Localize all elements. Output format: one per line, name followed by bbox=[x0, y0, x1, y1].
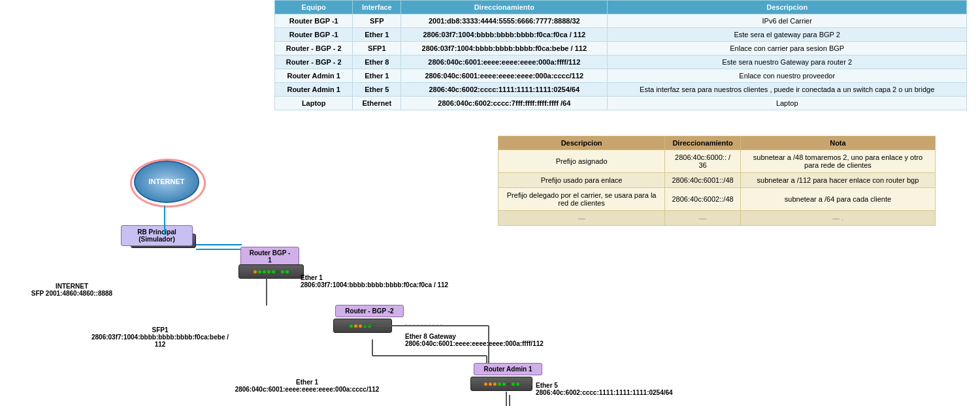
cell-descripcion: Este sera el gateway para BGP 2 bbox=[608, 28, 967, 42]
a1p8 bbox=[516, 383, 519, 386]
router-bgp1-box: Router BGP -1 bbox=[240, 247, 299, 266]
b2p2 bbox=[354, 324, 357, 328]
cell-descripcion: Laptop bbox=[608, 97, 967, 110]
secondary-table: Descripcion Direccionamiento Nota Prefij… bbox=[498, 136, 936, 226]
ether8-addr: 2806:040c:6001:eeee:eeee:eeee:000a:ffff/… bbox=[405, 340, 544, 347]
cell-direccionamiento: 2001:db8:3333:4444:5555:6666:7777:8888/3… bbox=[401, 14, 608, 28]
a1p3 bbox=[493, 383, 497, 386]
router-admin1-device bbox=[470, 377, 532, 391]
col-descripcion-2: Descripcion bbox=[498, 136, 665, 150]
a1p7 bbox=[512, 383, 515, 386]
cell-nota: subnetear a /112 para hacer enlace con r… bbox=[740, 173, 935, 188]
cell-nota: subnetear a /48 tomaremos 2, uno para en… bbox=[740, 150, 935, 173]
b2p3 bbox=[359, 324, 362, 328]
cell-equipo: Router BGP -1 bbox=[275, 14, 353, 28]
cell-descripcion: Esta interfaz sera para nuestros cliente… bbox=[608, 83, 967, 97]
b2p5 bbox=[368, 324, 371, 328]
a1p1 bbox=[484, 383, 487, 386]
sfp1-addr: 2806:03f7:1004:bbbb:bbbb:bbbb:f0ca:bebe … bbox=[91, 334, 229, 348]
table-row: ——— . bbox=[498, 211, 936, 226]
bp1-p4 bbox=[267, 270, 270, 273]
router-bgp1-device bbox=[238, 264, 304, 279]
table-row: Router BGP -1SFP2001:db8:3333:4444:5555:… bbox=[275, 14, 967, 28]
cell-direccionamiento: 2806:40c:6000:: / 36 bbox=[665, 150, 741, 173]
cell-direccionamiento: 2806:40c:6002::/48 bbox=[665, 188, 741, 211]
cloud-shape: INTERNET bbox=[134, 161, 199, 203]
cell-equipo: Router - BGP - 2 bbox=[275, 55, 353, 69]
a1p6 bbox=[507, 383, 510, 386]
ether1-bgp1-label: Ether 1 2806:03f7:1004:bbbb:bbbb:bbbb:f0… bbox=[301, 274, 477, 289]
col-nota: Nota bbox=[740, 136, 935, 150]
ether1-admin-addr: 2806:040c:6001:eeee:eeee:eeee:000a:cccc/… bbox=[235, 386, 380, 393]
cell-equipo: Router - BGP - 2 bbox=[275, 42, 353, 55]
sfp1-label: SFP1 2806:03f7:1004:bbbb:bbbb:bbbb:f0ca:… bbox=[88, 326, 232, 348]
cell-interface: SFP1 bbox=[353, 42, 401, 55]
table-row: Router - BGP - 2Ether 82806:040c:6001:ee… bbox=[275, 55, 967, 69]
cell-interface: Ether 1 bbox=[353, 69, 401, 83]
table-row: Prefijo usado para enlace2806:40c:6001::… bbox=[498, 173, 936, 188]
internet-sfp-label: INTERNET SFP 2001:4860:4860::8888 bbox=[7, 283, 137, 297]
b2p6 bbox=[372, 324, 376, 328]
cell-descripcion: Prefijo asignado bbox=[498, 150, 665, 173]
router-admin1-box: Router Admin 1 bbox=[474, 363, 542, 375]
table-row: Router - BGP - 2SFP12806:03f7:1004:bbbb:… bbox=[275, 42, 967, 55]
bp1-p8 bbox=[286, 270, 289, 273]
b2p4 bbox=[363, 324, 367, 328]
diagram-lines bbox=[0, 85, 497, 405]
cell-descripcion: IPv6 del Carrier bbox=[608, 14, 967, 28]
bottom-table-wrapper: Descripcion Direccionamiento Nota Prefij… bbox=[498, 136, 936, 226]
table-row: Prefijo asignado2806:40c:6000:: / 36subn… bbox=[498, 150, 936, 173]
internet-label: INTERNET bbox=[149, 178, 185, 185]
bp1-p1 bbox=[253, 270, 257, 273]
a1p4 bbox=[498, 383, 501, 386]
cell-interface: Ether 1 bbox=[353, 28, 401, 42]
cell-equipo: Router Admin 1 bbox=[275, 69, 353, 83]
router-admin1-label: Router Admin 1 bbox=[483, 366, 532, 373]
cell-descripcion: Prefijo delegado por el carrier, se usar… bbox=[498, 188, 665, 211]
table-row: Router Admin 1Ether 12806:040c:6001:eeee… bbox=[275, 69, 967, 83]
admin1-ports bbox=[484, 383, 519, 386]
bgp2-ports bbox=[350, 324, 376, 328]
admin1-body bbox=[470, 377, 532, 391]
rb-principal-box: RB Principal(Simulador) bbox=[121, 225, 193, 246]
cell-direccionamiento: 2806:040c:6001:eeee:eeee:eeee:000a:cccc/… bbox=[401, 69, 608, 83]
bgp2-body bbox=[333, 319, 392, 333]
table-row: Router BGP -1Ether 12806:03f7:1004:bbbb:… bbox=[275, 28, 967, 42]
router-bgp1-label: Router BGP -1 bbox=[250, 249, 291, 264]
cell-direccionamiento: 2806:03f7:1004:bbbb:bbbb:bbbb:f0ca:bebe … bbox=[401, 42, 608, 55]
cell-equipo: Router BGP -1 bbox=[275, 28, 353, 42]
bp1-p7 bbox=[281, 270, 284, 273]
bgp1-ports bbox=[253, 270, 289, 273]
bgp1-body bbox=[238, 264, 304, 279]
cell-descripcion: Enlace con nuestro proveedor bbox=[608, 69, 967, 83]
a1p2 bbox=[489, 383, 492, 386]
b2p1 bbox=[350, 324, 353, 328]
cell-descripcion: Este sera nuestro Gateway para router 2 bbox=[608, 55, 967, 69]
col-direccionamiento: Direccionamiento bbox=[401, 1, 608, 14]
ether1-admin-label: Ether 1 2806:040c:6001:eeee:eeee:eeee:00… bbox=[216, 379, 399, 393]
cell-direccionamiento: 2806:40c:6001::/48 bbox=[665, 173, 741, 188]
col-dir-2: Direccionamiento bbox=[665, 136, 741, 150]
cell-descripcion: — bbox=[498, 211, 665, 226]
col-interface: Interface bbox=[353, 1, 401, 14]
cell-direccionamiento: 2806:040c:6001:eeee:eeee:eeee:000a:ffff/… bbox=[401, 55, 608, 69]
bp1-p3 bbox=[263, 270, 266, 273]
router-bgp2-box: Router - BGP -2 bbox=[335, 305, 404, 317]
cell-nota: subnetear a /64 para cada cliente bbox=[740, 188, 935, 211]
cell-descripcion: Enlace con carrier para sesion BGP bbox=[608, 42, 967, 55]
ether1-bgp1-addr: 2806:03f7:1004:bbbb:bbbb:bbbb:f0ca:f0ca … bbox=[301, 281, 448, 289]
col-descripcion: Descripcion bbox=[608, 1, 967, 14]
extra-lines bbox=[0, 85, 653, 406]
table-row: Prefijo delegado por el carrier, se usar… bbox=[498, 188, 936, 211]
cell-descripcion: Prefijo usado para enlace bbox=[498, 173, 665, 188]
router-bgp2-label: Router - BGP -2 bbox=[345, 307, 393, 315]
bp1-p6 bbox=[276, 270, 280, 273]
cell-direccionamiento: 2806:03f7:1004:bbbb:bbbb:bbbb:f0ca:f0ca … bbox=[401, 28, 608, 42]
router-bgp2-device bbox=[333, 319, 392, 333]
bp1-p5 bbox=[272, 270, 275, 273]
internet-cloud: INTERNET bbox=[127, 155, 206, 208]
col-equipo: Equipo bbox=[275, 1, 353, 14]
cell-direccionamiento: — bbox=[665, 211, 741, 226]
rb-principal-label: RB Principal(Simulador) bbox=[137, 228, 176, 243]
ether5-addr: 2806:40c:6002:cccc:1111:1111:1111:0254/6… bbox=[536, 389, 673, 396]
